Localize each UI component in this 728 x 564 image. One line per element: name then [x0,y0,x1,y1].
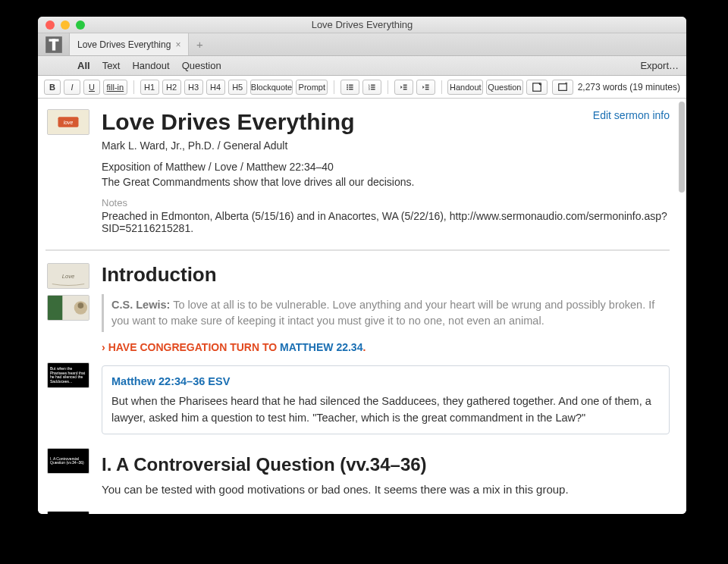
slide-thumbnails-verse: But when the Pharisees heard that he had… [46,362,91,388]
bold-button[interactable]: B [44,80,61,95]
bullet-list-icon [346,82,354,92]
slide-thumbnail[interactable]: I. A Controversial Question (vv.34–36) [47,448,89,474]
italic-button[interactable]: I [64,80,80,95]
fillin-button[interactable]: fill-in [103,80,127,95]
sermon-meta-1: Exposition of Matthew / Love / Matthew 2… [102,161,670,173]
handout-button[interactable]: Handout [447,80,483,95]
svg-text:love: love [64,120,74,125]
svg-rect-19 [425,86,429,87]
svg-point-32 [78,302,84,309]
h5-button[interactable]: H5 [228,80,247,95]
svg-rect-20 [425,89,429,89]
slide-thumbnail[interactable] [47,295,89,321]
tab-label: Love Drives Everything [77,39,171,50]
sermon-meta-2: The Great Commandments show that love dr… [102,176,670,188]
svg-rect-10 [371,84,375,85]
slide-thumbnail[interactable]: But when the Pharisees heard that he had… [47,362,89,388]
document-title[interactable]: Love Drives Everything [102,109,670,135]
scripture-text: But when the Pharisees heard that he had… [111,395,651,424]
h4-button[interactable]: H4 [206,80,225,95]
h2-button[interactable]: H2 [162,80,181,95]
svg-rect-30 [48,296,62,321]
filter-text[interactable]: Text [102,60,121,71]
slide-thumbnail[interactable]: love [47,109,89,135]
intro-heading[interactable]: Introduction [102,263,670,287]
add-slide-icon: + [557,82,568,92]
svg-rect-17 [403,89,407,89]
svg-rect-4 [349,84,353,85]
filter-handout[interactable]: Handout [132,60,169,71]
h3-button[interactable]: H3 [184,80,203,95]
svg-rect-15 [403,84,407,85]
svg-rect-14 [371,89,375,89]
svg-rect-2 [52,39,55,50]
scripture-box[interactable]: Matthew 22:34–36 ESV But when the Pharis… [102,365,670,434]
section-divider [46,249,670,251]
scripture-reference[interactable]: Matthew 22:34–36 ESV [111,374,660,390]
word-count: 2,273 words (19 minutes) [578,82,680,92]
slide-thumbnail[interactable]: Love [47,263,89,289]
section1-body[interactable]: You can be tested with good motivations … [102,481,670,499]
separator [388,80,388,94]
slide-thumbnails-sub: Good Question; Bad Motivation [46,511,91,514]
quote-body: To love at all is to be vulnerable. Love… [111,299,654,327]
app-logo[interactable] [38,33,70,55]
question-button[interactable]: Question [486,80,523,95]
svg-rect-12 [371,86,375,87]
tab-close-icon[interactable]: × [175,39,180,50]
indent-button[interactable] [416,80,435,95]
separator [334,80,334,94]
app-window: Love Drives Everything Love Drives Every… [38,17,686,514]
underline-button[interactable]: U [83,80,100,95]
instruction-ref[interactable]: MATTHEW 22.34 [280,341,362,353]
export-button[interactable]: Export… [640,60,679,71]
instruction-text: HAVE CONGREGATION TURN TO [108,341,280,353]
quote-author: C.S. Lewis: [111,299,170,311]
filter-row: All Text Handout Question Export… [38,56,686,76]
svg-point-3 [347,84,348,86]
indent-icon [422,82,430,92]
tabs-row: Love Drives Everything × + [38,33,686,56]
bulleted-list-button[interactable] [340,80,359,95]
slide-thumbnail[interactable]: Good Question; Bad Motivation [47,511,89,514]
format-toolbar: B I U fill-in H1 H2 H3 H4 H5 Blockquote … [38,76,686,99]
byline: Mark L. Ward, Jr., Ph.D. / General Adult [102,139,670,152]
svg-point-5 [347,86,348,88]
document-content: love Edit sermon info Love Drives Everyt… [38,99,686,514]
window-title: Love Drives Everything [38,19,686,30]
filter-question[interactable]: Question [182,60,221,71]
quote-block[interactable]: C.S. Lewis: To love at all is to be vuln… [102,294,670,332]
outdent-button[interactable] [394,80,413,95]
notes-label: Notes [102,197,670,208]
new-tab-button[interactable]: + [189,33,210,55]
insert-block-button[interactable] [526,80,548,95]
add-slide-button[interactable]: + [552,80,573,95]
separator [133,80,134,94]
svg-text:3: 3 [369,88,370,91]
notes-body: Preached in Edmonton, Alberta (5/15/16) … [102,210,670,234]
numbered-list-button[interactable]: 123 [362,80,381,95]
prompt-button[interactable]: Prompt [296,80,328,95]
number-list-icon: 123 [368,82,376,92]
filter-all[interactable]: All [77,60,90,71]
insert-block-icon [532,82,542,92]
h1-button[interactable]: H1 [140,80,159,95]
svg-rect-8 [349,89,353,89]
logo-icon [44,35,64,55]
edit-sermon-info-link[interactable]: Edit sermon info [593,109,670,121]
document-tab[interactable]: Love Drives Everything × [70,33,189,55]
outdent-icon [400,82,408,92]
instruction-line[interactable]: ›HAVE CONGREGATION TURN TO MATTHEW 22.34… [102,341,670,353]
svg-rect-18 [425,84,429,85]
section1-heading[interactable]: I. A Controversial Question (vv.34–36) [102,454,670,475]
svg-point-7 [347,88,348,89]
blockquote-button[interactable]: Blockquote [250,80,293,95]
svg-rect-6 [349,86,353,87]
slide-thumbnails-intro: Love [46,263,91,321]
chevron-right-icon: › [102,341,105,353]
separator [441,80,442,94]
titlebar: Love Drives Everything [38,17,686,33]
svg-text:Love: Love [62,273,75,280]
slide-thumbnails-header: love [46,109,91,135]
scrollbar[interactable] [679,102,685,193]
